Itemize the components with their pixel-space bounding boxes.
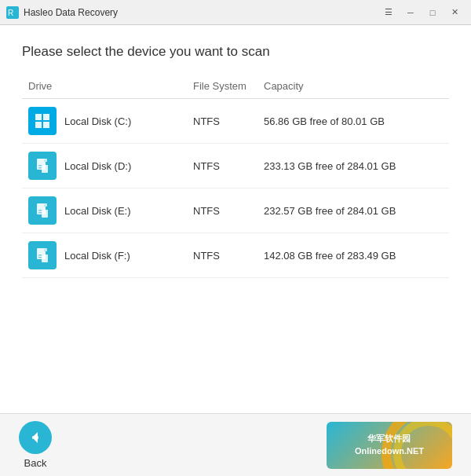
close-button[interactable]: ✕	[444, 5, 465, 20]
window-controls: ☰ ─ □ ✕	[378, 5, 465, 20]
capacity-cell: 232.57 GB free of 284.01 GB	[257, 189, 449, 233]
drive-name: Local Disk (F:)	[64, 250, 130, 262]
svg-rect-3	[43, 114, 49, 120]
capacity-cell: 56.86 GB free of 80.01 GB	[257, 99, 449, 144]
title-bar: R Hasleo Data Recovery ☰ ─ □ ✕	[0, 0, 471, 25]
col-header-filesystem: File System	[187, 75, 257, 99]
svg-rect-5	[43, 122, 49, 128]
file-icon-svg	[34, 247, 51, 264]
menu-button[interactable]: ☰	[378, 5, 399, 20]
drive-cell-3: Local Disk (F:)	[22, 233, 187, 278]
table-row[interactable]: Local Disk (D:)NTFS233.13 GB free of 284…	[22, 144, 449, 189]
watermark-text: 华军软件园 Onlinedown.NET	[355, 433, 424, 457]
svg-rect-29	[46, 254, 48, 256]
drive-name: Local Disk (E:)	[64, 205, 131, 217]
col-header-capacity: Capacity	[257, 75, 449, 99]
watermark-badge: 华军软件园 Onlinedown.NET	[327, 422, 452, 469]
drive-name: Local Disk (C:)	[64, 115, 131, 127]
svg-rect-2	[35, 114, 42, 120]
app-title: Hasleo Data Recovery	[24, 7, 378, 18]
col-header-drive: Drive	[22, 75, 187, 99]
capacity-cell: 142.08 GB free of 283.49 GB	[257, 233, 449, 278]
svg-rect-8	[44, 159, 47, 162]
drive-cell-0: Local Disk (C:)	[22, 99, 187, 144]
filesystem-cell: NTFS	[187, 99, 257, 144]
table-row[interactable]: Local Disk (E:)NTFS232.57 GB free of 284…	[22, 189, 449, 233]
file-icon-svg	[34, 157, 51, 174]
drive-cell-1: Local Disk (D:)	[22, 144, 187, 189]
file-icon-svg	[34, 202, 51, 219]
svg-text:R: R	[8, 9, 13, 17]
svg-rect-16	[44, 203, 47, 207]
table-header-row: Drive File System Capacity	[22, 75, 449, 99]
back-arrow-icon	[27, 429, 44, 446]
svg-rect-24	[44, 248, 47, 251]
svg-rect-21	[46, 210, 48, 211]
svg-rect-13	[46, 165, 48, 167]
windows-logo-svg	[34, 112, 51, 130]
capacity-cell: 233.13 GB free of 284.01 GB	[257, 144, 449, 189]
svg-rect-31	[32, 437, 38, 439]
device-table: Drive File System Capacity Local Disk (C…	[22, 75, 449, 278]
windows-drive-icon	[28, 107, 57, 135]
app-icon: R	[6, 6, 19, 19]
bottom-bar: Back 华军软件园 Onlinedown.NET	[0, 413, 471, 476]
file-drive-icon	[28, 152, 57, 180]
file-drive-icon	[28, 241, 57, 269]
minimize-button[interactable]: ─	[400, 5, 421, 20]
svg-rect-4	[35, 122, 42, 128]
drive-cell-2: Local Disk (E:)	[22, 189, 187, 233]
back-icon	[19, 421, 52, 454]
page-title: Please select the device you want to sca…	[22, 44, 449, 60]
back-label: Back	[24, 457, 47, 469]
maximize-button[interactable]: □	[422, 5, 443, 20]
table-row[interactable]: Local Disk (F:)NTFS142.08 GB free of 283…	[22, 233, 449, 278]
filesystem-cell: NTFS	[187, 189, 257, 233]
filesystem-cell: NTFS	[187, 144, 257, 189]
table-row[interactable]: Local Disk (C:)NTFS56.86 GB free of 80.0…	[22, 99, 449, 144]
drive-name: Local Disk (D:)	[64, 160, 131, 172]
filesystem-cell: NTFS	[187, 233, 257, 278]
back-button[interactable]: Back	[19, 421, 52, 469]
file-drive-icon	[28, 196, 57, 225]
main-content: Please select the device you want to sca…	[0, 25, 471, 413]
